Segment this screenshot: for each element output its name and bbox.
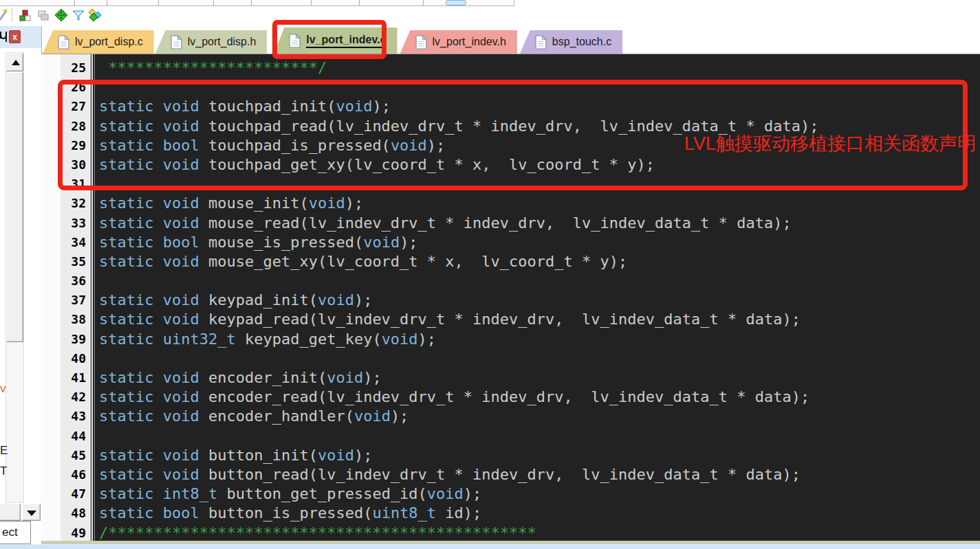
line-number: 25: [61, 58, 90, 78]
code-line: static int8_t button_get_pressed_id(void…: [99, 484, 980, 504]
file-tab[interactable]: lv_port_indev.h: [400, 30, 517, 54]
code-line: static uint32_t keypad_get_key(void);: [99, 330, 980, 349]
funnel-icon[interactable]: [72, 8, 85, 22]
document-icon: [171, 35, 182, 49]
tree-item-fragment: T: [0, 464, 10, 478]
annotation-tab-box: [272, 20, 386, 59]
pin-icon: [0, 31, 8, 44]
diamond-grid-icon[interactable]: [54, 8, 68, 22]
code-line: static bool mouse_is_pressed(void);: [99, 233, 980, 252]
toolbar-tick: [423, 0, 424, 5]
code-line: static void button_init(void);: [99, 446, 980, 465]
blocks-icon[interactable]: [19, 8, 32, 22]
file-tab-label: lv_port_disp.h: [188, 36, 257, 48]
code-line: static void encoder_handler(void);: [99, 407, 980, 426]
line-number: 41: [61, 368, 90, 388]
line-number: 48: [61, 504, 90, 523]
close-panel-button[interactable]: x: [9, 30, 21, 43]
line-number: 37: [61, 291, 90, 310]
code-line: [99, 271, 980, 291]
code-line: static void mouse_read(lv_indev_drv_t * …: [99, 214, 980, 233]
line-number: 33: [61, 214, 90, 233]
code-line: static bool button_is_pressed(uint8_t id…: [99, 504, 980, 523]
scrollbar-thumb[interactable]: [6, 72, 23, 342]
tree-item-fragment: E: [0, 444, 10, 458]
toolbar-tick: [213, 0, 214, 5]
line-number: 49: [61, 524, 90, 541]
upper-toolbar-strip: [0, 0, 514, 6]
toolbar-tick: [158, 0, 159, 5]
project-panel-tab[interactable]: ect: [0, 521, 31, 544]
tree-item-fragment: v: [0, 382, 10, 396]
code-line: static void keypad_read(lv_indev_drv_t *…: [99, 310, 980, 329]
document-icon: [58, 35, 69, 49]
code-line: static void mouse_get_xy(lv_coord_t * x,…: [99, 252, 980, 271]
annotation-note: LVL触摸驱动移植接口相关函数声明: [684, 131, 976, 156]
line-number: 32: [61, 194, 90, 213]
scroll-up-button[interactable]: [6, 53, 23, 71]
line-number: 39: [61, 330, 90, 349]
line-number: 43: [61, 407, 90, 426]
toolbar-tick: [251, 0, 252, 5]
file-tab[interactable]: bsp_touch.c: [520, 30, 622, 54]
dropdown-arrow-button[interactable]: [22, 504, 41, 521]
line-number: 46: [61, 465, 90, 484]
window-bottom-strip: [0, 544, 980, 549]
line-number: 45: [61, 446, 90, 465]
toolbar-tick: [107, 0, 107, 5]
code-line: static void encoder_init(void);: [99, 368, 980, 388]
code-line: static void encoder_read(lv_indev_drv_t …: [99, 388, 980, 407]
line-number: 44: [61, 427, 90, 446]
file-tab-label: lv_port_disp.c: [75, 36, 143, 48]
line-number: 42: [61, 388, 90, 407]
code-line: static void mouse_init(void);: [99, 194, 980, 213]
file-tab-label: lv_port_indev.h: [433, 36, 506, 48]
code-line: /***************************************…: [99, 524, 980, 541]
document-icon: [535, 35, 547, 49]
mini-toolbar-button[interactable]: [446, 0, 466, 5]
partial-button[interactable]: [0, 504, 21, 521]
project-tree-scrollbar[interactable]: [6, 52, 24, 503]
file-tab-label: bsp_touch.c: [552, 36, 611, 48]
toolbar-tick: [311, 0, 312, 5]
code-line: [99, 427, 980, 446]
file-tab[interactable]: lv_port_disp.h: [155, 30, 268, 54]
code-line: [99, 349, 980, 368]
line-number: 34: [61, 233, 90, 252]
code-line: ***********************/: [99, 58, 980, 78]
toolbar-tick: [74, 0, 75, 5]
docked-panel-header: x: [0, 26, 41, 48]
wand-icon[interactable]: [0, 8, 7, 22]
diamond-stack-icon[interactable]: [88, 8, 102, 22]
document-icon: [415, 35, 427, 49]
toolbar: [0, 6, 514, 25]
code-line: static void button_read(lv_indev_drv_t *…: [99, 465, 980, 484]
line-number: 40: [61, 349, 90, 368]
line-number: 35: [61, 252, 90, 271]
line-number: 38: [61, 310, 90, 329]
toolbar-separator: [12, 8, 12, 23]
file-tab[interactable]: lv_port_disp.c: [43, 30, 154, 54]
keil-ide-window: x vET ect lv_port_disp.c lv_port_disp.h: [0, 0, 980, 549]
line-number: 36: [61, 271, 90, 291]
toolbar-tick: [359, 0, 360, 5]
code-line: static void keypad_init(void);: [99, 291, 980, 310]
windows-icon[interactable]: [36, 8, 50, 22]
line-number: 47: [61, 484, 90, 504]
